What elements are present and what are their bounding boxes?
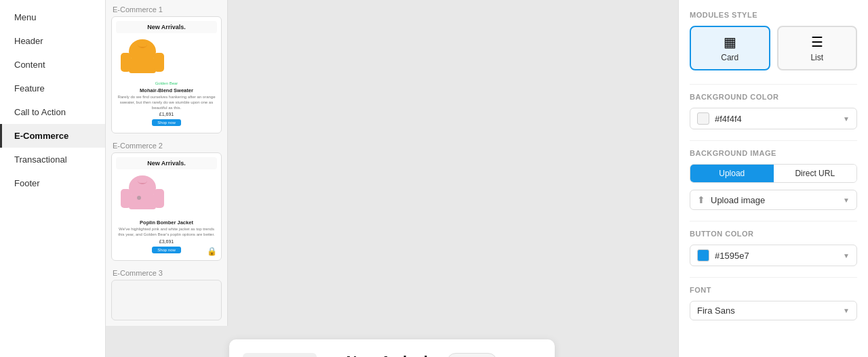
button-color-title: BUTTON COLOR [690,230,857,238]
preview-title: New Arrivals. [347,353,441,357]
svg-rect-7 [129,194,156,209]
svg-rect-2 [121,53,131,72]
bg-color-value: #f4f4f4 [715,114,837,124]
svg-rect-3 [154,53,164,72]
sweater-orange-icon [119,38,166,79]
sidebar-item-menu[interactable]: Menu [0,5,105,29]
bg-image-section: BACKGROUND IMAGE Upload Direct URL ⬆ Upl… [690,149,857,210]
font-value: Fira Sans [697,306,837,316]
divider-4 [690,277,857,278]
preview-card: E-Commerce 1 New Arrivals. See all › ··· [229,339,555,357]
font-title: FONT [690,286,857,294]
lock-icon: 🔒 [207,247,217,256]
modules-style-title: MODULES STYLE [690,11,857,19]
upload-tab[interactable]: Upload [690,165,774,182]
sweater-pink-icon [119,174,166,215]
bg-image-title: BACKGROUND IMAGE [690,149,857,157]
template-group-3: E-Commerce 3 [111,269,222,320]
svg-rect-5 [138,41,147,47]
tc-title-1: Mohair-Blend Sweater [116,87,217,93]
center-panel: E-Commerce 1 New Arrivals. [106,0,678,357]
tc-header-1: New Arrivals. [116,21,217,33]
template-label-1: E-Commerce 1 [111,5,222,14]
button-color-value: #1595e7 [715,251,837,261]
sidebar: Menu Header Content Feature Call to Acti… [0,0,106,357]
more-options-icon[interactable]: ··· [527,354,541,357]
divider-1 [690,84,857,85]
template-card-3[interactable] [111,280,222,320]
button-color-selector[interactable]: #1595e7 ▼ [690,245,857,266]
sweater-preview-1 [116,35,217,81]
upload-icon: ⬆ [697,194,705,205]
divider-3 [690,221,857,222]
svg-rect-9 [154,189,164,208]
divider-2 [690,140,857,141]
sidebar-item-transactional[interactable]: Transactional [0,148,105,171]
template-group-1: E-Commerce 1 New Arrivals. [111,5,222,133]
sidebar-item-content[interactable]: Content [0,53,105,77]
bg-color-chevron-icon: ▼ [843,115,850,123]
card-icon: ▦ [698,34,762,50]
svg-rect-11 [138,177,147,183]
sidebar-item-footer[interactable]: Footer [0,171,105,195]
sweater-preview-2 [116,171,217,217]
bg-color-swatch [697,112,709,125]
tc-desc-2: We've highlighted pink and white jacket … [116,227,217,238]
card-module-button[interactable]: ▦ Card [690,26,770,70]
sidebar-item-feature[interactable]: Feature [0,77,105,100]
preview-title-row: New Arrivals. See all › [347,353,498,357]
svg-rect-8 [121,189,131,208]
tc-btn-1[interactable]: Shop now [152,119,181,126]
upload-chevron-icon: ▼ [843,196,850,204]
right-panel: MODULES STYLE ▦ Card ☰ List BACKGROUND C… [678,0,868,357]
font-chevron-icon: ▼ [843,307,850,314]
tc-price-2: £3,691 [116,239,217,244]
sidebar-item-e-commerce[interactable]: E-Commerce [0,124,105,148]
tc-title-2: Poplin Bomber Jacket [116,219,217,226]
list-label: List [785,53,850,62]
button-color-swatch [697,249,709,261]
templates-list: E-Commerce 1 New Arrivals. [106,0,228,326]
font-selector[interactable]: Fira Sans ▼ [690,301,857,320]
preview-top-bar: E-Commerce 1 New Arrivals. See all › ··· [243,353,541,357]
template-label-3: E-Commerce 3 [111,269,222,277]
upload-direct-toggle: Upload Direct URL [690,164,857,183]
template-group-2: E-Commerce 2 New Arrivals. [111,142,222,261]
module-style-row: ▦ Card ☰ List [690,26,857,70]
list-icon: ☰ [785,34,850,50]
direct-url-tab[interactable]: Direct URL [774,165,857,182]
svg-rect-1 [129,58,156,73]
list-module-button[interactable]: ☰ List [777,26,858,70]
see-all-button[interactable]: See all › [447,353,497,357]
sidebar-item-call-to-action[interactable]: Call to Action [0,100,105,124]
svg-point-12 [137,196,141,200]
tc-price-1: £1,691 [116,112,217,117]
preview-tag: E-Commerce 1 [243,353,317,357]
bg-color-selector[interactable]: #f4f4f4 ▼ [690,108,857,129]
button-color-chevron-icon: ▼ [843,252,850,259]
template-card-1[interactable]: New Arrivals. Golden Bear Mohair-Blend S… [111,16,222,133]
tc-header-2: New Arrivals. [116,157,217,169]
tc-desc-1: Rarely do we find ourselves hankering af… [116,95,217,110]
template-label-2: E-Commerce 2 [111,142,222,150]
preview-area: E-Commerce 1 New Arrivals. See all › ··· [106,326,678,357]
card-label: Card [698,53,762,62]
bg-color-title: BACKGROUND COLOR [690,93,857,101]
upload-image-row[interactable]: ⬆ Upload image ▼ [690,190,857,210]
template-card-2[interactable]: New Arrivals. Poplin Bomber Jacket [111,152,222,261]
upload-image-label: Upload image [711,195,837,205]
tc-btn-2[interactable]: Shop now [152,247,181,253]
tc-badge-1: Golden Bear [116,81,217,85]
sidebar-item-header[interactable]: Header [0,29,105,53]
